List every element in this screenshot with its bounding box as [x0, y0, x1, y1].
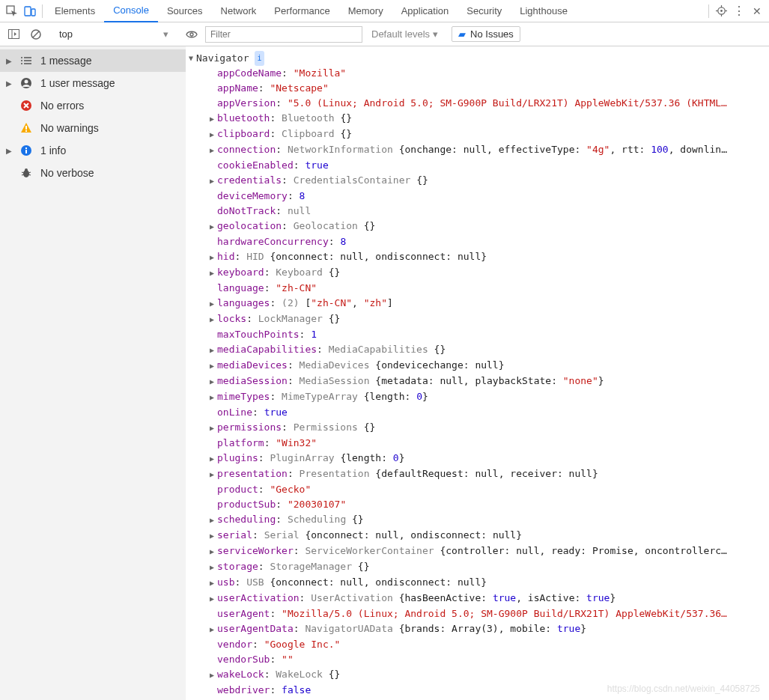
property-row[interactable]: ▶mediaSession: MediaSession {metadata: n…	[210, 374, 769, 389]
expand-triangle-icon[interactable]: ▶	[210, 112, 217, 127]
property-row[interactable]: deviceMemory: 8	[210, 189, 769, 204]
property-row[interactable]: ▶userAgentData: NavigatorUAData {brands:…	[210, 621, 769, 637]
sidebar-row-bug[interactable]: No verbose	[0, 162, 186, 184]
tab-security[interactable]: Security	[458, 0, 511, 22]
property-value-t: Keyboard	[276, 267, 328, 278]
property-row[interactable]: userAgent: "Mozilla/5.0 (Linux; Android …	[210, 606, 769, 621]
property-row[interactable]: ▶locks: LockManager {}	[210, 311, 769, 327]
property-key: product	[217, 484, 258, 495]
property-row[interactable]: ▶userActivation: UserActivation {hasBeen…	[210, 591, 769, 606]
property-row[interactable]: vendorSub: ""	[210, 652, 769, 667]
property-row[interactable]: ▶plugins: PluginArray {length: 0}	[210, 451, 769, 466]
property-row[interactable]: ▶usb: USB {onconnect: null, ondisconnect…	[210, 575, 769, 591]
context-selector[interactable]: top ▾	[54, 26, 174, 42]
property-row[interactable]: ▶hid: HID {onconnect: null, ondisconnect…	[210, 249, 769, 265]
settings-icon[interactable]	[712, 1, 730, 22]
property-row[interactable]: ▶serviceWorker: ServiceWorkerContainer {…	[210, 544, 769, 559]
property-row[interactable]: doNotTrack: null	[210, 204, 769, 219]
expand-triangle-icon[interactable]: ▶	[210, 312, 217, 327]
expand-triangle-icon[interactable]: ▶	[210, 622, 217, 637]
property-row[interactable]: platform: "Win32"	[210, 436, 769, 451]
property-row[interactable]: ▶mediaDevices: MediaDevices {ondevicecha…	[210, 358, 769, 374]
expand-triangle-icon[interactable]: ▶	[210, 576, 217, 591]
expand-triangle-icon[interactable]: ▶	[210, 266, 217, 281]
clear-console-icon[interactable]	[27, 25, 45, 43]
property-value-b: true	[586, 592, 610, 603]
property-row[interactable]: ▶connection: NetworkInformation {onchang…	[210, 142, 769, 158]
expand-triangle-icon[interactable]: ▶	[210, 560, 217, 575]
property-row[interactable]: ▶mediaCapabilities: MediaCapabilities {}	[210, 342, 769, 358]
tab-sources[interactable]: Sources	[158, 0, 212, 22]
filter-input[interactable]	[205, 26, 362, 43]
expand-triangle-icon[interactable]: ▶	[210, 529, 217, 544]
expand-triangle-icon[interactable]: ▶	[210, 127, 217, 142]
issues-button[interactable]: ▰ No Issues	[452, 26, 520, 42]
sidebar-toggle-icon[interactable]	[4, 25, 22, 43]
property-row[interactable]: hardwareConcurrency: 8	[210, 234, 769, 249]
property-row[interactable]: ▶keyboard: Keyboard {}	[210, 265, 769, 281]
tab-performance[interactable]: Performance	[265, 0, 338, 22]
property-row[interactable]: appName: "Netscape"	[210, 81, 769, 96]
property-row[interactable]: ▶geolocation: Geolocation {}	[210, 219, 769, 234]
tab-memory[interactable]: Memory	[339, 0, 392, 22]
object-root[interactable]: ▼ Navigator i	[189, 51, 769, 66]
eye-icon[interactable]	[183, 25, 201, 43]
property-row[interactable]: ▶credentials: CredentialsContainer {}	[210, 173, 769, 189]
inspect-icon[interactable]	[3, 1, 21, 22]
tab-console[interactable]: Console	[104, 0, 158, 22]
property-row[interactable]: ▶presentation: Presentation {defaultRequ…	[210, 466, 769, 482]
sidebar-row-info[interactable]: ▶1 info	[0, 139, 186, 162]
tab-lighthouse[interactable]: Lighthouse	[511, 0, 577, 22]
expand-triangle-icon[interactable]: ▶	[210, 219, 217, 234]
property-row[interactable]: appVersion: "5.0 (Linux; Android 5.0; SM…	[210, 96, 769, 111]
expand-triangle-icon[interactable]: ▶	[210, 421, 217, 436]
sidebar-row-warn[interactable]: No warnings	[0, 117, 186, 139]
property-row[interactable]: ▶serial: Serial {onconnect: null, ondisc…	[210, 528, 769, 544]
property-row[interactable]: product: "Gecko"	[210, 482, 769, 497]
expand-triangle-icon[interactable]: ▶	[210, 374, 217, 389]
property-row[interactable]: ▶storage: StorageManager {}	[210, 559, 769, 575]
property-row[interactable]: productSub: "20030107"	[210, 497, 769, 512]
property-row[interactable]: appCodeName: "Mozilla"	[210, 66, 769, 81]
property-row[interactable]: language: "zh-CN"	[210, 281, 769, 296]
property-row[interactable]: ▶mimeTypes: MimeTypeArray {length: 0}	[210, 389, 769, 405]
expand-triangle-icon[interactable]: ▶	[210, 451, 217, 466]
expand-triangle-icon[interactable]: ▶	[210, 174, 217, 189]
property-row[interactable]: ▶clipboard: Clipboard {}	[210, 127, 769, 142]
sidebar-row-user[interactable]: ▶1 user message	[0, 72, 186, 94]
property-row[interactable]: vendor: "Google Inc."	[210, 637, 769, 652]
expand-triangle-icon[interactable]: ▶	[210, 143, 217, 158]
property-row[interactable]: cookieEnabled: true	[210, 158, 769, 173]
more-icon[interactable]: ⋮	[730, 1, 748, 22]
expand-triangle-icon[interactable]: ▶	[210, 513, 217, 528]
expand-triangle-icon[interactable]: ▶	[210, 296, 217, 311]
expand-triangle-icon[interactable]: ▶	[210, 668, 217, 683]
expand-triangle-icon[interactable]: ▶	[210, 591, 217, 606]
expand-triangle-icon[interactable]: ▶	[210, 390, 217, 405]
sidebar-row-list[interactable]: ▶1 message	[0, 49, 186, 72]
collapse-triangle-icon[interactable]: ▼	[189, 51, 193, 66]
expand-triangle-icon[interactable]: ▶	[210, 343, 217, 358]
property-row[interactable]: ▶wakeLock: WakeLock {}	[210, 667, 769, 683]
expand-triangle-icon[interactable]: ▶	[210, 467, 217, 482]
expand-triangle-icon[interactable]: ▶	[6, 147, 12, 155]
device-toggle-icon[interactable]	[21, 1, 39, 22]
sidebar-row-error[interactable]: No errors	[0, 94, 186, 117]
expand-triangle-icon[interactable]: ▶	[210, 544, 217, 559]
bug-icon	[19, 167, 33, 179]
property-row[interactable]: ▶permissions: Permissions {}	[210, 420, 769, 436]
property-row[interactable]: ▶bluetooth: Bluetooth {}	[210, 111, 769, 127]
property-row[interactable]: maxTouchPoints: 1	[210, 327, 769, 342]
tab-elements[interactable]: Elements	[46, 0, 104, 22]
close-icon[interactable]: ✕	[748, 1, 766, 22]
tab-application[interactable]: Application	[392, 0, 458, 22]
log-levels-dropdown[interactable]: Default levels ▾	[367, 28, 443, 40]
expand-triangle-icon[interactable]: ▶	[210, 359, 217, 374]
expand-triangle-icon[interactable]: ▶	[6, 57, 12, 65]
property-row[interactable]: ▶scheduling: Scheduling {}	[210, 512, 769, 528]
property-row[interactable]: onLine: true	[210, 405, 769, 420]
expand-triangle-icon[interactable]: ▶	[6, 79, 12, 88]
tab-network[interactable]: Network	[212, 0, 266, 22]
property-row[interactable]: ▶languages: (2) ["zh-CN", "zh"]	[210, 296, 769, 311]
expand-triangle-icon[interactable]: ▶	[210, 250, 217, 265]
